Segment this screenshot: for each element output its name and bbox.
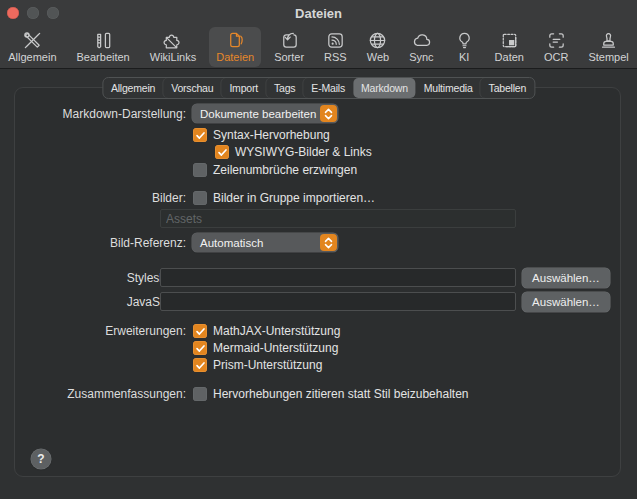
- globe-icon: [367, 29, 388, 51]
- syntax-highlighting-checkbox[interactable]: [193, 128, 207, 142]
- image-reference-label: Bild-Referenz:: [20, 236, 186, 250]
- stylesheet-choose-button[interactable]: Auswählen…: [522, 268, 610, 288]
- assets-group-input[interactable]: [160, 209, 516, 228]
- toolbar-item-bearbeiten[interactable]: Bearbeiten: [70, 27, 137, 67]
- wysiwyg-label: WYSIWYG-Bilder & Links: [235, 145, 372, 159]
- summaries-label: Zusammenfassungen:: [20, 387, 186, 401]
- chevron-up-down-icon: [320, 234, 337, 251]
- toolbar-item-sync[interactable]: Sync: [402, 27, 440, 67]
- settings-tools-icon: [22, 29, 43, 51]
- puzzle-icon: [162, 29, 183, 51]
- scan-text-icon: [546, 29, 567, 51]
- wysiwyg-checkbox[interactable]: [215, 145, 229, 159]
- toolbar-item-daten[interactable]: Daten: [488, 27, 531, 67]
- toolbar-item-rss[interactable]: RSS: [317, 27, 354, 67]
- toolbar-item-wikilinks[interactable]: WikiLinks: [143, 27, 203, 67]
- toolbar-item-label: Dateien: [216, 51, 254, 64]
- line-breaks-label: Zeilenumbrüche erzwingen: [213, 163, 357, 177]
- javascript-choose-button[interactable]: Auswählen…: [522, 292, 610, 312]
- import-images-label: Bilder in Gruppe importieren…: [213, 191, 375, 205]
- prism-label: Prism-Unterstützung: [213, 358, 322, 372]
- tab-import[interactable]: Import: [221, 78, 266, 98]
- prism-checkbox[interactable]: [193, 358, 207, 372]
- quote-highlights-label: Hervorhebungen zitieren statt Stil beizu…: [213, 387, 469, 401]
- toolbar-item-ocr[interactable]: OCR: [537, 27, 575, 67]
- window-header: Dateien Allgemein Bearbeiten WikiLinks D…: [0, 0, 637, 69]
- tab-multimedia[interactable]: Multimedia: [416, 78, 481, 98]
- table-grid-icon: [499, 29, 520, 51]
- toolbar-item-label: Bearbeiten: [77, 51, 130, 64]
- javascript-input[interactable]: [160, 292, 516, 311]
- documents-icon: [225, 29, 246, 51]
- toolbar-item-label: OCR: [544, 51, 568, 64]
- help-button[interactable]: ?: [31, 449, 51, 469]
- syntax-highlighting-label: Syntax-Hervorhebung: [213, 128, 330, 142]
- toolbar-item-label: Sync: [409, 51, 433, 64]
- toolbar-item-label: KI: [459, 51, 469, 64]
- toolbar-item-label: Web: [367, 51, 389, 64]
- tab-e-mails[interactable]: E-Mails: [303, 78, 353, 98]
- window-title: Dateien: [0, 6, 637, 21]
- toolbar: Allgemein Bearbeiten WikiLinks Dateien S…: [0, 27, 637, 67]
- import-images-checkbox[interactable]: [193, 191, 207, 205]
- toolbar-item-label: Allgemein: [8, 51, 56, 64]
- edit-pen-ruler-icon: [93, 29, 114, 51]
- toolbar-item-label: Daten: [495, 51, 524, 64]
- toolbar-item-dateien[interactable]: Dateien: [209, 27, 261, 67]
- toolbar-item-label: Sorter: [274, 51, 304, 64]
- toolbar-item-stempel[interactable]: Stempel: [581, 27, 635, 67]
- toolbar-item-allgemein[interactable]: Allgemein: [1, 27, 63, 67]
- markdown-display-label: Markdown-Darstellung:: [20, 107, 186, 121]
- settings-tab-bar: Allgemein Vorschau Import Tags E-Mails M…: [102, 77, 535, 99]
- tab-markdown[interactable]: Markdown: [353, 78, 416, 98]
- chevron-up-down-icon: [320, 105, 337, 122]
- line-breaks-checkbox[interactable]: [193, 163, 207, 177]
- tab-allgemein[interactable]: Allgemein: [103, 78, 163, 98]
- rss-icon: [325, 29, 346, 51]
- tab-tags[interactable]: Tags: [266, 78, 303, 98]
- stamp-icon: [598, 29, 619, 51]
- mermaid-checkbox[interactable]: [193, 341, 207, 355]
- image-reference-popup[interactable]: Automatisch: [192, 233, 338, 252]
- markdown-display-popup[interactable]: Dokumente bearbeiten: [192, 104, 338, 123]
- toolbar-item-sorter[interactable]: Sorter: [267, 27, 311, 67]
- stylesheet-input[interactable]: [160, 268, 516, 287]
- mathjax-label: MathJAX-Unterstützung: [213, 324, 340, 338]
- toolbar-item-label: WikiLinks: [150, 51, 196, 64]
- toolbar-item-ki[interactable]: KI: [447, 27, 482, 67]
- popup-value: Dokumente bearbeiten: [200, 108, 316, 120]
- toolbar-item-label: Stempel: [588, 51, 628, 64]
- mathjax-checkbox[interactable]: [193, 324, 207, 338]
- tab-tabellen[interactable]: Tabellen: [481, 78, 535, 98]
- mermaid-label: Mermaid-Unterstützung: [213, 341, 338, 355]
- toolbar-item-web[interactable]: Web: [360, 27, 396, 67]
- lightbulb-icon: [454, 29, 475, 51]
- popup-value: Automatisch: [200, 237, 263, 249]
- images-label: Bilder:: [20, 191, 186, 205]
- inbox-arrow-icon: [279, 29, 300, 51]
- toolbar-item-label: RSS: [324, 51, 347, 64]
- cloud-icon: [411, 29, 432, 51]
- extensions-label: Erweiterungen:: [20, 324, 186, 338]
- quote-highlights-checkbox[interactable]: [193, 387, 207, 401]
- tab-vorschau[interactable]: Vorschau: [163, 78, 221, 98]
